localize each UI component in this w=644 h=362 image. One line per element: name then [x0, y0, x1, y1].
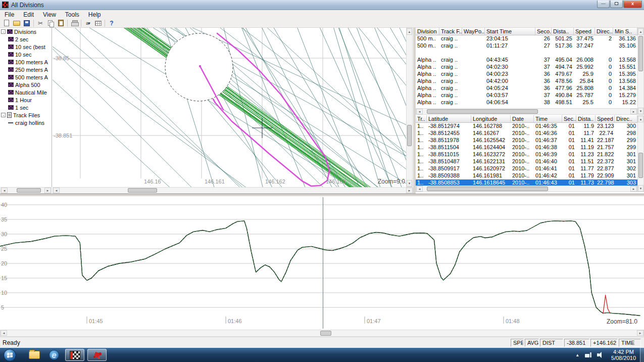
scroll-thumb[interactable]: [128, 188, 157, 193]
table-row[interactable]: 1..-38.8508853146.16186452010-..01:46:43…: [416, 179, 637, 186]
minimize-button[interactable]: —: [597, 1, 610, 8]
tree-item-10-sec-best[interactable]: 10 sec (best: [0, 43, 52, 51]
scroll-down-icon[interactable]: ▼: [407, 180, 412, 187]
menu-view[interactable]: View: [38, 11, 61, 19]
menu-file[interactable]: File: [0, 11, 19, 19]
chart-canvas[interactable]: 40353025201510501:4501:4601:4701:48Zoom=…: [0, 196, 644, 330]
table-row[interactable]: 500 m..craig ..23:04:1526501.2537.475236…: [416, 35, 637, 42]
sort-icon[interactable]: [83, 19, 93, 27]
scroll-up-icon[interactable]: ▲: [638, 116, 643, 122]
column-header-sec[interactable]: Sec..: [562, 115, 576, 122]
paste-icon[interactable]: [56, 19, 66, 27]
points-hscrollbar[interactable]: ◄ ►: [416, 186, 637, 192]
explorer-taskbar-icon[interactable]: [29, 351, 40, 359]
table-row[interactable]: Alpha ..craig ..04:00:2336479.6725.9015.…: [416, 71, 637, 78]
column-header-dista[interactable]: Dista..: [552, 28, 574, 35]
column-header-dista[interactable]: Dista..: [576, 115, 596, 122]
tree-item-100-meters-a[interactable]: 100 meters A: [0, 58, 52, 66]
table-row[interactable]: 500 m..craig ..01:11:2727517.3637.24735.…: [416, 42, 637, 50]
close-button[interactable]: x: [623, 1, 642, 8]
scroll-thumb[interactable]: [427, 109, 538, 114]
column-header-track-f[interactable]: Track F..: [439, 28, 462, 35]
column-header-seco[interactable]: Seco..: [535, 28, 552, 35]
column-header-division[interactable]: Division: [416, 28, 439, 35]
scroll-down-icon[interactable]: ▼: [638, 185, 643, 192]
table-row[interactable]: Alpha ..craig ..04:06:5438498.5125.5015.…: [416, 99, 637, 106]
table-row[interactable]: Alpha ..craig ..04:43:4537495.0426.00801…: [416, 57, 637, 64]
restore-button[interactable]: [610, 1, 623, 8]
scroll-up-icon[interactable]: ▲: [638, 28, 643, 35]
column-header-direc[interactable]: Direc..: [595, 28, 613, 35]
table-row[interactable]: Alpha ..craig ..04:42:0036478.5625.84013…: [416, 78, 637, 85]
map-vscrollbar[interactable]: ▲ ▼: [406, 28, 413, 187]
menu-tools[interactable]: Tools: [61, 11, 84, 19]
print-icon[interactable]: [69, 19, 79, 27]
chart-hscrollbar[interactable]: ◄ ►: [0, 330, 644, 337]
show-desktop-button[interactable]: [640, 348, 644, 362]
speed-chart[interactable]: 40353025201510501:4501:4601:4701:48Zoom=…: [0, 196, 644, 330]
scroll-thumb[interactable]: [427, 187, 548, 191]
table-row[interactable]: Alpha ..craig ..04:05:2436477.9625.80801…: [416, 85, 637, 92]
tree-item-2-sec[interactable]: 2 sec: [0, 35, 52, 43]
column-header-direc[interactable]: Direc..: [615, 115, 637, 122]
tree-item-500-meters-a[interactable]: 500 meters A: [0, 73, 52, 81]
network-tray-icon[interactable]: [585, 352, 591, 358]
taskbar-clock[interactable]: 4:42 PM 5/08/2010: [607, 349, 640, 361]
summary-vscrollbar[interactable]: ▲ ▼: [637, 28, 644, 115]
menu-help[interactable]: Help: [84, 11, 106, 19]
table-row[interactable]: [416, 50, 637, 57]
table-row[interactable]: 1..-38.8512455146.162672010-..01:46:3601…: [416, 130, 637, 137]
scroll-left-icon[interactable]: ◄: [416, 109, 423, 114]
table-row[interactable]: 1..-38.8509388146.1619812010-..01:46:420…: [416, 172, 637, 179]
scroll-right-icon[interactable]: ►: [44, 188, 51, 193]
tree-item-1-hour[interactable]: 1 Hour: [0, 96, 52, 104]
points-vscrollbar[interactable]: ▲ ▼: [637, 115, 644, 192]
table-row[interactable]: 1..-38.8511015146.16232722010-..01:46:39…: [416, 151, 637, 158]
save-icon[interactable]: [22, 19, 32, 27]
volume-tray-icon[interactable]: [597, 352, 604, 358]
cut-icon[interactable]: [35, 19, 45, 27]
menu-edit[interactable]: Edit: [19, 11, 38, 19]
map-panel[interactable]: 146.16146.161146.162146.163-38.85-38.851…: [53, 28, 406, 187]
tree-item-divisions[interactable]: -Divisions: [0, 28, 52, 35]
scroll-left-icon[interactable]: ◄: [1, 188, 8, 193]
scroll-down-icon[interactable]: ▼: [638, 108, 643, 114]
table-row[interactable]: 1..-38.8511978146.16255422010-..01:46:37…: [416, 137, 637, 144]
tree-item-alpha-500[interactable]: Alpha 500: [0, 81, 52, 88]
column-header-time[interactable]: Time: [534, 115, 562, 122]
map-hscrollbar[interactable]: ◄ ►: [53, 187, 413, 194]
scroll-right-icon[interactable]: ►: [630, 109, 637, 114]
map-canvas[interactable]: 146.16146.161146.162146.163-38.85-38.851…: [53, 28, 406, 187]
table-row[interactable]: 1..-38.8510487146.16221312010-..01:46:40…: [416, 158, 637, 165]
tree-item-nautical-mile[interactable]: Nautical Mile: [0, 88, 52, 96]
scroll-right-icon[interactable]: ►: [637, 330, 643, 336]
column-header-speed[interactable]: Speed: [574, 28, 595, 35]
tree-item-craig-hollins[interactable]: craig hollins: [0, 119, 52, 126]
column-header-speed[interactable]: Speed: [596, 115, 615, 122]
tree-item-10-sec[interactable]: 10 sec: [0, 51, 52, 58]
column-header-waypo[interactable]: WayPo..: [462, 28, 485, 35]
table-row[interactable]: 1..-38.8512974146.1627882010-..01:46:350…: [416, 123, 637, 130]
internet-explorer-taskbar-icon[interactable]: e: [49, 350, 59, 360]
copy-icon[interactable]: [45, 19, 56, 27]
column-header-min-s[interactable]: Min S..: [613, 28, 637, 35]
grid-icon[interactable]: [93, 19, 103, 27]
new-icon[interactable]: [2, 19, 12, 27]
scroll-up-icon[interactable]: ▲: [407, 28, 412, 35]
column-header-longitude[interactable]: Longitude: [471, 115, 511, 122]
scroll-thumb[interactable]: [320, 331, 331, 336]
scroll-thumb[interactable]: [17, 188, 41, 193]
checkered-app-taskbar-button[interactable]: [65, 349, 84, 361]
table-row[interactable]: 1..-38.8509917146.16209722010-..01:46:41…: [416, 165, 637, 172]
tree-expander-icon[interactable]: -: [1, 29, 6, 34]
scroll-left-icon[interactable]: ◄: [1, 330, 7, 336]
scroll-thumb[interactable]: [638, 153, 643, 178]
tree-item-track-files[interactable]: -Track Files: [0, 111, 52, 119]
tree-hscrollbar[interactable]: ◄ ►: [1, 187, 52, 194]
scroll-right-icon[interactable]: ►: [406, 188, 413, 193]
start-button[interactable]: [4, 349, 16, 361]
column-header-latitude[interactable]: Latitude: [427, 115, 471, 122]
scroll-left-icon[interactable]: ◄: [416, 186, 423, 192]
help-icon[interactable]: [107, 19, 117, 27]
column-header-tr[interactable]: Tr..: [416, 115, 427, 122]
